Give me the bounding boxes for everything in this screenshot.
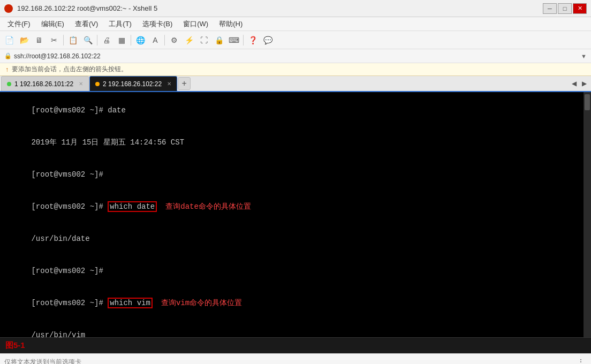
address-icon: 🔒 — [4, 52, 12, 59]
menu-edit[interactable]: 编辑(E) — [36, 18, 70, 30]
new-session-button[interactable]: 📄 — [2, 33, 16, 47]
tab-label-1: 1 192.168.26.101:22 — [14, 80, 73, 88]
help-button[interactable]: ❓ — [246, 33, 260, 47]
toolbar-sep-2 — [97, 35, 97, 46]
term-line-4: [root@vms002 ~]# which date查询date命令的具体位置 — [4, 191, 579, 223]
toolbar: 📄 📂 🖥 ✂ 📋 🔍 🖨 ▦ 🌐 A ⚙ ⚡ ⛶ 🔒 ⌨ ❓ 💬 — [0, 31, 591, 49]
toolbar-sep-1 — [63, 35, 64, 46]
script-button[interactable]: ⚙ — [167, 33, 181, 47]
menu-bar: 文件(F) 编辑(E) 查看(V) 工具(T) 选项卡(B) 窗口(W) 帮助(… — [0, 17, 591, 31]
term-line-1: [root@vms002 ~]# date — [4, 94, 579, 126]
prompt-4: [root@vms002 ~]# — [31, 202, 108, 211]
term-line-3: [root@vms002 ~]# — [4, 158, 579, 191]
terminal[interactable]: [root@vms002 ~]# date 2019年 11月 15日 星期五 … — [0, 92, 584, 337]
output-2: 2019年 11月 15日 星期五 14:24:56 CST — [31, 138, 184, 147]
info-bar: ↑ 要添加当前会话，点击左侧的箭头按钮。 — [0, 63, 591, 76]
terminal-scrollbar[interactable] — [584, 92, 591, 337]
cmd-which-date: which date — [108, 201, 157, 212]
tabs-nav: ◀ ▶ — [570, 79, 591, 88]
minimize-button[interactable]: ─ — [543, 3, 557, 14]
tabs-prev-button[interactable]: ◀ — [570, 79, 579, 88]
menu-help[interactable]: 帮助(H) — [214, 18, 248, 30]
print-button[interactable]: 🖨 — [100, 33, 113, 47]
term-line-2: 2019年 11月 15日 星期五 14:24:56 CST — [4, 126, 579, 158]
toolbar-sep-4 — [164, 35, 165, 46]
input-bar: ⋮ — [0, 353, 591, 364]
tab-dot-1 — [7, 82, 11, 86]
session-manager-button[interactable]: 🖥 — [32, 33, 46, 47]
tab-close-1[interactable]: ✕ — [79, 81, 83, 87]
tab-2[interactable]: 2 192.168.26.102:22 ✕ — [89, 76, 177, 91]
tab-close-2[interactable]: ✕ — [167, 81, 171, 87]
term-line-7: [root@vms002 ~]# which vim查询vim命令的具体位置 — [4, 287, 579, 319]
annotation-vim: 查询vim命令的具体位置 — [161, 299, 242, 307]
app-icon — [4, 4, 13, 13]
title-text: 192.168.26.102:22 root@vms002:~ - Xshell… — [17, 4, 157, 12]
info-icon: ↑ — [5, 66, 9, 73]
info-text: 要添加当前会话，点击左侧的箭头按钮。 — [12, 65, 127, 74]
title-bar-left: 192.168.26.102:22 root@vms002:~ - Xshell… — [4, 4, 157, 13]
menu-tools[interactable]: 工具(T) — [103, 18, 137, 30]
annotation-date: 查询date命令的具体位置 — [165, 202, 251, 211]
output-8: /usr/bin/vim — [31, 331, 85, 337]
find-button[interactable]: 🔍 — [81, 33, 95, 47]
tabs-next-button[interactable]: ▶ — [580, 79, 589, 88]
close-button[interactable]: ✕ — [573, 3, 587, 14]
scroll-thumb[interactable] — [585, 94, 590, 110]
address-text: ssh://root@192.168.26.102:22 — [14, 52, 579, 60]
globe-button[interactable]: 🌐 — [133, 33, 147, 47]
output-6: [root@vms002 ~]# — [31, 267, 103, 275]
font-button[interactable]: A — [148, 33, 162, 47]
disconnect-button[interactable]: ✂ — [47, 33, 61, 47]
menu-window[interactable]: 窗口(W) — [178, 18, 214, 30]
term-line-5: /usr/bin/date — [4, 223, 579, 255]
macro-button[interactable]: ⚡ — [182, 33, 196, 47]
keyboard-button[interactable]: ⌨ — [227, 33, 241, 47]
title-bar: 192.168.26.102:22 root@vms002:~ - Xshell… — [0, 0, 591, 17]
fullscreen-button[interactable]: ⛶ — [197, 33, 211, 47]
figure-label: 图5-1 — [0, 337, 591, 353]
tab-label-2: 2 192.168.26.102:22 — [103, 80, 162, 88]
menu-file[interactable]: 文件(F) — [2, 18, 36, 30]
restore-button[interactable]: □ — [558, 3, 572, 14]
tab-1[interactable]: 1 192.168.26.101:22 ✕ — [1, 76, 89, 91]
layout-button[interactable]: ▦ — [115, 33, 128, 47]
address-bar: 🔒 ssh://root@192.168.26.102:22 ▼ — [0, 49, 591, 63]
new-tab-button[interactable]: + — [178, 77, 191, 90]
copy-button[interactable]: 📋 — [66, 33, 80, 47]
cmd-which-vim: which vim — [108, 298, 153, 308]
address-dropdown[interactable]: ▼ — [581, 53, 587, 59]
menu-tabs[interactable]: 选项卡(B) — [137, 18, 178, 30]
input-more-button[interactable]: ⋮ — [575, 358, 587, 365]
menu-view[interactable]: 查看(V) — [70, 18, 103, 30]
send-input[interactable] — [4, 358, 575, 365]
output-5: /usr/bin/date — [31, 234, 89, 243]
toolbar-sep-5 — [243, 35, 244, 46]
prompt-7: [root@vms002 ~]# — [31, 299, 108, 307]
open-button[interactable]: 📂 — [17, 33, 31, 47]
tabs-bar: 1 192.168.26.101:22 ✕ 2 192.168.26.102:2… — [0, 76, 591, 92]
figure-label-text: 图5-1 — [5, 340, 25, 351]
term-line-6: [root@vms002 ~]# — [4, 255, 579, 287]
terminal-wrapper: [root@vms002 ~]# date 2019年 11月 15日 星期五 … — [0, 92, 591, 337]
lock-button[interactable]: 🔒 — [212, 33, 226, 47]
cmd-1: date — [108, 106, 126, 115]
title-controls: ─ □ ✕ — [543, 3, 587, 14]
output-3: [root@vms002 ~]# — [31, 170, 103, 179]
term-line-8: /usr/bin/vim — [4, 319, 579, 337]
toolbar-sep-3 — [131, 35, 131, 46]
tab-dot-2 — [95, 82, 100, 86]
chat-button[interactable]: 💬 — [261, 33, 275, 47]
prompt-1: [root@vms002 ~]# — [31, 106, 108, 115]
